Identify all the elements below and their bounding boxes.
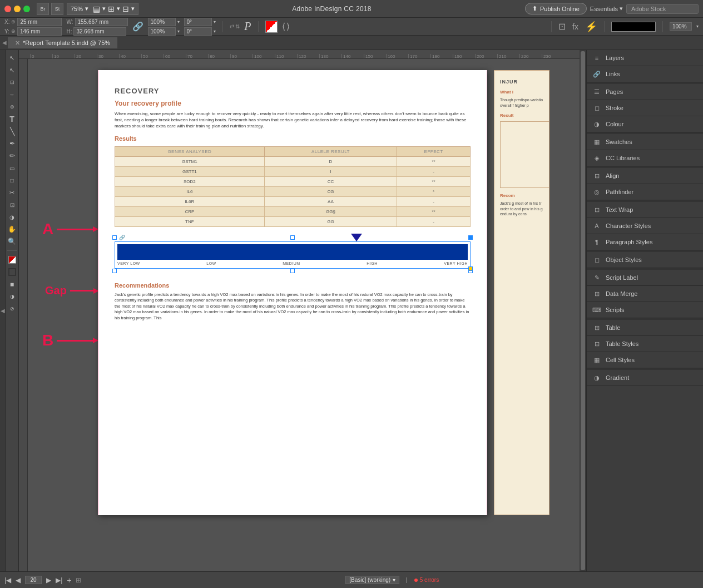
panel-section-paragraph-styles: ¶Paragraph Styles <box>587 234 703 250</box>
gap-tool[interactable]: ↔ <box>7 89 18 100</box>
scale-y-input[interactable] <box>148 27 176 36</box>
search-input[interactable]: Adobe Stock <box>626 4 699 14</box>
page-tool[interactable]: ⊡ <box>7 77 18 88</box>
fill-stroke-swatch[interactable] <box>265 21 278 33</box>
working-mode-dropdown[interactable]: [Basic] (working) ▾ <box>345 576 399 584</box>
handle-tm[interactable] <box>290 235 295 240</box>
table-icon: ⊞ <box>592 323 601 332</box>
essentials-button[interactable]: Essentials ▾ <box>590 5 623 12</box>
zoom-control[interactable]: 75% ▾ ▤ ▾ ⊞ ▾ ⊟ ▾ <box>67 3 138 15</box>
gene-table: GENES ANALYSED ALLELE RESULT EFFECT GSTM… <box>115 146 471 227</box>
collapse-panel-button[interactable]: ◀ <box>0 50 6 571</box>
panel-header-colour[interactable]: ◑Colour <box>587 116 703 132</box>
panel-header-table-styles[interactable]: ⊟Table Styles <box>587 336 703 352</box>
right-arrow-icon: ⟩ <box>286 21 290 32</box>
frame-tool[interactable]: ▭ <box>7 162 18 174</box>
hand-tool[interactable]: ✋ <box>7 224 18 235</box>
nav-add-page[interactable]: + <box>67 576 71 585</box>
w-input[interactable] <box>75 18 128 26</box>
pencil-tool[interactable]: ✏ <box>7 150 18 161</box>
panel-header-script-label[interactable]: ✎Script Label <box>587 270 703 285</box>
shear-input[interactable] <box>184 27 212 36</box>
panel-header-text-wrap[interactable]: ⊡Text Wrap <box>587 202 703 218</box>
content-tool[interactable]: ⊕ <box>7 101 18 112</box>
panel-header-table[interactable]: ⊞Table <box>587 320 703 335</box>
panel-header-links[interactable]: 🔗Links <box>587 66 703 82</box>
handle-bl[interactable] <box>112 269 117 273</box>
panel-header-paragraph-styles[interactable]: ¶Paragraph Styles <box>587 234 703 250</box>
nav-last[interactable]: ▶| <box>56 576 62 584</box>
error-dot-icon <box>414 579 418 582</box>
table-cell: CC <box>264 176 397 186</box>
free-transform-tool[interactable]: ⊡ <box>7 199 18 210</box>
panel-header-stroke[interactable]: ◻Stroke <box>587 100 703 116</box>
panel-label-layers: Layers <box>606 55 697 61</box>
y-icon: ⊕ <box>11 28 16 34</box>
line-tool[interactable]: ╲ <box>7 126 18 137</box>
panel-header-object-styles[interactable]: ◻Object Styles <box>587 252 703 268</box>
nav-first[interactable]: |◀ <box>4 576 11 584</box>
right-panel: ≡Layers🔗Links☰Pages◻Stroke◑Colour▦Swatch… <box>586 50 703 571</box>
panel-section-scripts: ⌨Scripts <box>587 302 703 318</box>
panel-header-layers[interactable]: ≡Layers <box>587 50 703 66</box>
panel-header-scripts[interactable]: ⌨Scripts <box>587 302 703 318</box>
apply-color-tool[interactable]: ◼ <box>7 279 18 290</box>
gradient-tool[interactable]: ◑ <box>7 211 18 223</box>
rectangle-tool[interactable]: □ <box>7 175 18 186</box>
handle-tl[interactable] <box>112 235 117 240</box>
handle-mr[interactable] <box>468 266 473 271</box>
y-input[interactable] <box>17 27 62 36</box>
bridge-icon[interactable]: Br <box>37 3 49 15</box>
panel-header-cell-styles[interactable]: ▦Cell Styles <box>587 352 703 368</box>
nav-next[interactable]: ▶ <box>46 576 51 584</box>
handle-bm[interactable] <box>290 269 295 273</box>
chart-frame[interactable]: VERY LOW LOW MEDIUM HIGH VERY HIGH <box>115 241 471 269</box>
text-tool[interactable]: T <box>7 113 18 125</box>
opacity-input[interactable] <box>670 22 692 31</box>
panel-header-pages[interactable]: ☰Pages <box>587 84 703 100</box>
table-row: TNFGG- <box>115 216 471 226</box>
color-bar[interactable] <box>611 22 656 32</box>
nav-spread-view[interactable]: ⊞ <box>76 576 81 584</box>
tab-scroll-left[interactable]: ◀ <box>2 39 8 46</box>
panel-header-pathfinder[interactable]: ◎Pathfinder <box>587 184 703 200</box>
panel-header-gradient[interactable]: ◑Gradient <box>587 370 703 386</box>
x-input[interactable] <box>17 18 62 26</box>
vertical-scrollbar[interactable] <box>580 50 586 571</box>
rotation-input[interactable] <box>184 18 212 26</box>
scissors-tool[interactable]: ✂ <box>7 187 18 198</box>
nav-prev[interactable]: ◀ <box>16 576 21 584</box>
errors-indicator[interactable]: 5 errors <box>414 577 439 583</box>
pen-tool[interactable]: ✒ <box>7 138 18 149</box>
apply-gradient-tool[interactable]: ◑ <box>7 291 18 302</box>
panel-header-character-styles[interactable]: ACharacter Styles <box>587 218 703 234</box>
table-row: SOD2CC** <box>115 176 471 186</box>
paragraph-icon: P <box>244 20 251 33</box>
minimize-button[interactable] <box>14 6 21 12</box>
panel-header-swatches[interactable]: ▦Swatches <box>587 134 703 150</box>
panel-header-cc-libraries[interactable]: ◈CC Libraries <box>587 150 703 166</box>
scroll-thumb[interactable] <box>581 51 585 570</box>
panel-header-data-merge[interactable]: ⊞Data Merge <box>587 286 703 302</box>
panel-header-align[interactable]: ⊟Align <box>587 168 703 184</box>
stroke-color-tool[interactable] <box>7 266 18 278</box>
zoom-tool[interactable]: 🔍 <box>7 236 18 247</box>
panel-label-object-styles: Object Styles <box>606 256 697 263</box>
canvas-scroll[interactable]: A Gap B <box>28 59 586 571</box>
direct-select-tool[interactable]: ↖ <box>7 65 18 76</box>
stock-icon[interactable]: St <box>51 3 63 15</box>
publish-online-button[interactable]: ⬆ Publish Online <box>525 3 587 14</box>
close-button[interactable] <box>4 6 11 12</box>
handle-tr[interactable] <box>468 235 473 240</box>
character-styles-icon: A <box>592 221 601 230</box>
scale-x-input[interactable] <box>148 18 176 26</box>
h-input[interactable] <box>73 27 126 36</box>
apply-none-tool[interactable]: ⊘ <box>7 303 18 314</box>
fill-color-tool[interactable] <box>7 254 18 265</box>
active-tab[interactable]: ✕ *Report Template 5.indd @ 75% <box>8 37 117 48</box>
maximize-button[interactable] <box>23 6 30 12</box>
table-row: IL6CG* <box>115 186 471 196</box>
select-tool[interactable]: ↖ <box>7 52 18 63</box>
ruler-mark: 90 <box>230 54 253 58</box>
page-number-input[interactable] <box>25 576 42 584</box>
